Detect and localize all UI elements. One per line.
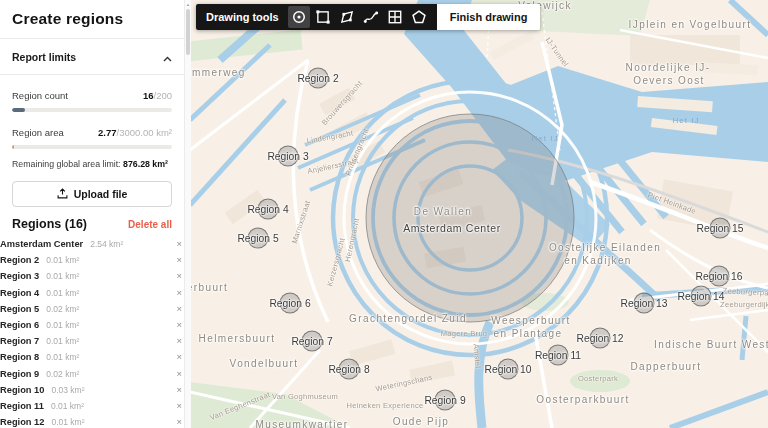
area-label: Haarlemmerweg [190,67,246,78]
freehand-tool-icon[interactable] [360,6,382,28]
list-item: Region 120.01 km²× [0,415,196,428]
delete-region-icon[interactable]: × [176,401,182,411]
rectangle-tool-icon[interactable] [312,6,334,28]
region-marker-label: Region 3 [267,151,308,162]
delete-all-button[interactable]: Delete all [128,219,172,230]
region-marker-label: Region 10 [485,364,532,375]
area-label: Weesperbuurt [491,315,570,326]
street-label: Brouwersgracht [320,79,365,127]
region-area-progressbar [12,145,172,149]
street-label: Oosterpark [578,374,618,383]
delete-region-icon[interactable]: × [176,336,182,346]
list-item: Region 60.01 km²× [0,318,196,334]
list-item: Region 70.01 km²× [0,334,196,350]
region-name: Region 3 [0,271,39,281]
street-label: Van Goghmuseum [272,392,338,401]
finish-drawing-button[interactable]: Finish drawing [437,4,541,30]
page-title: Create regions [12,10,172,28]
region-marker-label: Region 16 [696,271,743,282]
street-label: Magere Brug [441,329,488,338]
region-area-row: Region area 2.77/3000.00 km² [12,122,172,140]
area-label: en Plantage [494,328,563,339]
delete-region-icon[interactable]: × [176,352,182,362]
list-item: Region 80.01 km²× [0,350,196,366]
delete-region-icon[interactable]: × [176,304,182,314]
street-label: Zeeburgerpad [722,286,768,298]
region-area: 0.01 km² [46,255,79,265]
water-label: Het IJ [673,116,700,125]
region-name: Region 8 [0,352,39,362]
region-area: 0.03 km² [51,385,84,395]
region-name: Region 2 [0,255,39,265]
remaining-limit-value: 876.28 km² [123,159,168,169]
polygon-tool-icon[interactable] [336,6,358,28]
region-area: 0.02 km² [46,304,79,314]
delete-region-icon[interactable]: × [176,417,182,427]
map-overlay: ZeeheldenbuurtVolewijckIJplein en Vogelb… [190,0,768,428]
region-area: 0.01 km² [46,352,79,362]
list-item: Region 30.01 km²× [0,269,196,285]
area-label: Oostelijke Eilanden [549,242,661,253]
area-label: IJplein en Vogelbuurt [629,19,752,30]
circle-tool-icon[interactable] [288,6,310,28]
delete-region-icon[interactable]: × [176,255,182,265]
area-label: De Wallen [414,206,472,217]
street-label: Amstel [471,343,482,368]
delete-region-icon[interactable]: × [176,271,182,281]
street-label: Piet Heinkade [647,190,698,216]
delete-region-icon[interactable]: × [176,385,182,395]
upload-file-button[interactable]: Upload file [12,181,172,207]
region-name: Region 11 [0,401,44,411]
delete-region-icon[interactable]: × [176,288,182,298]
delete-region-icon[interactable]: × [176,320,182,330]
region-area-progress-fill [12,145,14,149]
drawing-tools-buttons [287,6,431,28]
region-area: 0.01 km² [46,336,79,346]
region-area: 0.01 km² [46,288,79,298]
drawing-tools-label: Drawing tools [206,11,279,23]
area-label: Vondelbuurt [230,358,299,369]
region-area: 2.54 km² [90,239,123,249]
grid-tool-icon[interactable] [384,6,406,28]
region-marker-label: Region 14 [678,291,725,302]
region-area: 0.01 km² [51,417,84,427]
shape-tool-icon[interactable] [408,6,430,28]
list-item: Region 50.02 km²× [0,302,196,318]
street-label: IJ-Tunnel [544,36,571,69]
list-item: Region 100.03 km²× [0,383,196,399]
area-label: Oevers Oost [633,75,705,86]
area-label: Museumkwartier [256,419,349,428]
delete-region-icon[interactable]: × [176,369,182,379]
region-name: Region 9 [0,369,39,379]
drawing-tools-group: Drawing tools [196,4,437,30]
area-label: Grachtengordel Zuid [349,313,467,324]
list-item: Amsterdam Center2.54 km²× [0,237,196,253]
drawing-toolbar: Drawing tools Finish drawing [196,4,540,30]
region-list: Amsterdam Center2.54 km²×Region 20.01 km… [0,237,196,428]
area-label: Oude Pijp [393,416,450,427]
region-count-row: Region count 16/200 [12,85,172,103]
map-canvas[interactable]: ZeeheldenbuurtVolewijckIJplein en Vogelb… [190,0,768,428]
street-label: Lindengracht [306,128,354,145]
list-item: Region 20.01 km²× [0,253,196,269]
list-item: Region 110.01 km²× [0,399,196,415]
sidebar-scrollbar[interactable]: ▲ [184,0,191,428]
region-name: Region 4 [0,288,39,298]
scrollbar-thumb[interactable] [186,9,190,55]
region-marker-label: Region 5 [237,233,278,244]
region-area-value: 2.77/3000.00 km² [98,122,172,140]
area-label: Indische Buurt West [654,339,768,350]
remaining-limit-text: Remaining global area limit: 876.28 km² [12,159,172,169]
chevron-up-icon[interactable] [163,48,172,66]
divider [0,74,184,75]
region-name: Region 6 [0,320,39,330]
report-limits-header[interactable]: Report limits [12,39,172,74]
area-label: Dapperbuurt [631,361,702,372]
scroll-up-icon[interactable]: ▲ [185,0,191,7]
list-item: Region 40.01 km²× [0,286,196,302]
region-marker-label: Region 12 [577,333,624,344]
region-area: 0.02 km² [46,369,79,379]
delete-region-icon[interactable]: × [176,239,182,249]
street-label: Weteringschans [375,373,433,394]
region-area: 0.01 km² [46,320,79,330]
